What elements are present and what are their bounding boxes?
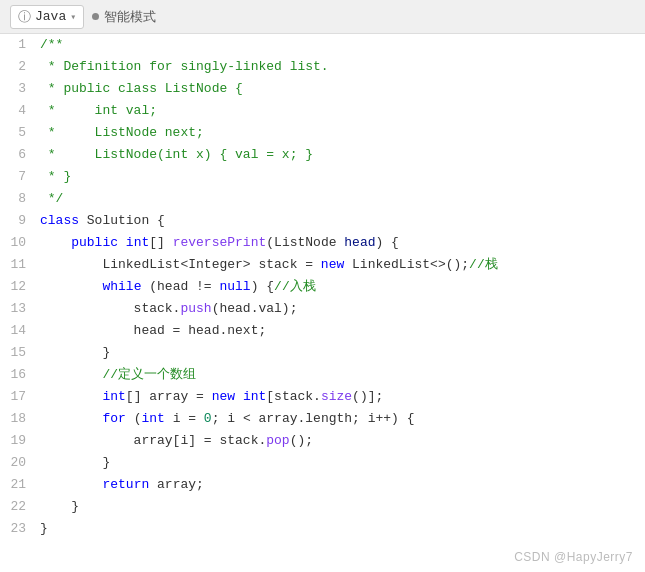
line-number: 13 [0,298,36,320]
line-number: 7 [0,166,36,188]
line-code: */ [36,188,645,210]
line-number: 17 [0,386,36,408]
line-code: /** [36,34,645,56]
line-code: LinkedList<Integer> stack = new LinkedLi… [36,254,645,276]
line-number: 12 [0,276,36,298]
line-number: 18 [0,408,36,430]
line-number: 19 [0,430,36,452]
line-number: 20 [0,452,36,474]
line-code: array[i] = stack.pop(); [36,430,645,452]
line-code: while (head != null) {//入栈 [36,276,645,298]
table-row: 9 class Solution { [0,210,645,232]
line-code: } [36,342,645,364]
line-code: } [36,496,645,518]
code-editor: 1 /** 2 * Definition for singly-linked l… [0,34,645,572]
line-code: * int val; [36,100,645,122]
line-code: } [36,518,645,540]
line-code: public int[] reversePrint(ListNode head)… [36,232,645,254]
line-code: } [36,452,645,474]
table-row: 23 } [0,518,645,540]
line-code: return array; [36,474,645,496]
smart-mode-dot [92,13,99,20]
line-number: 10 [0,232,36,254]
line-number: 9 [0,210,36,232]
chevron-down-icon: ▾ [70,11,76,23]
table-row: 6 * ListNode(int x) { val = x; } [0,144,645,166]
table-row: 12 while (head != null) {//入栈 [0,276,645,298]
info-icon: ⓘ [18,8,31,26]
line-number: 23 [0,518,36,540]
line-code: class Solution { [36,210,645,232]
code-table: 1 /** 2 * Definition for singly-linked l… [0,34,645,540]
line-number: 1 [0,34,36,56]
table-row: 10 public int[] reversePrint(ListNode he… [0,232,645,254]
line-number: 3 [0,78,36,100]
line-number: 22 [0,496,36,518]
table-row: 18 for (int i = 0; i < array.length; i++… [0,408,645,430]
line-code: * ListNode(int x) { val = x; } [36,144,645,166]
table-row: 22 } [0,496,645,518]
table-row: 14 head = head.next; [0,320,645,342]
table-row: 4 * int val; [0,100,645,122]
toolbar: ⓘ Java ▾ 智能模式 [0,0,645,34]
line-number: 21 [0,474,36,496]
table-row: 17 int[] array = new int[stack.size()]; [0,386,645,408]
table-row: 21 return array; [0,474,645,496]
table-row: 15 } [0,342,645,364]
line-number: 16 [0,364,36,386]
language-selector[interactable]: ⓘ Java ▾ [10,5,84,29]
table-row: 1 /** [0,34,645,56]
table-row: 3 * public class ListNode { [0,78,645,100]
line-code: stack.push(head.val); [36,298,645,320]
table-row: 5 * ListNode next; [0,122,645,144]
table-row: 2 * Definition for singly-linked list. [0,56,645,78]
line-code: * public class ListNode { [36,78,645,100]
line-number: 14 [0,320,36,342]
line-code: * ListNode next; [36,122,645,144]
line-number: 15 [0,342,36,364]
line-code: * } [36,166,645,188]
line-number: 2 [0,56,36,78]
table-row: 19 array[i] = stack.pop(); [0,430,645,452]
line-number: 4 [0,100,36,122]
language-label: Java [35,9,66,24]
smart-mode-label: 智能模式 [104,8,156,26]
line-code: for (int i = 0; i < array.length; i++) { [36,408,645,430]
line-number: 5 [0,122,36,144]
line-code: head = head.next; [36,320,645,342]
line-number: 11 [0,254,36,276]
table-row: 16 //定义一个数组 [0,364,645,386]
table-row: 20 } [0,452,645,474]
smart-mode-indicator: 智能模式 [92,8,156,26]
table-row: 7 * } [0,166,645,188]
table-row: 13 stack.push(head.val); [0,298,645,320]
line-number: 8 [0,188,36,210]
line-number: 6 [0,144,36,166]
line-code: //定义一个数组 [36,364,645,386]
table-row: 8 */ [0,188,645,210]
watermark: CSDN @HapyJerry7 [514,550,633,564]
table-row: 11 LinkedList<Integer> stack = new Linke… [0,254,645,276]
line-code: int[] array = new int[stack.size()]; [36,386,645,408]
line-code: * Definition for singly-linked list. [36,56,645,78]
